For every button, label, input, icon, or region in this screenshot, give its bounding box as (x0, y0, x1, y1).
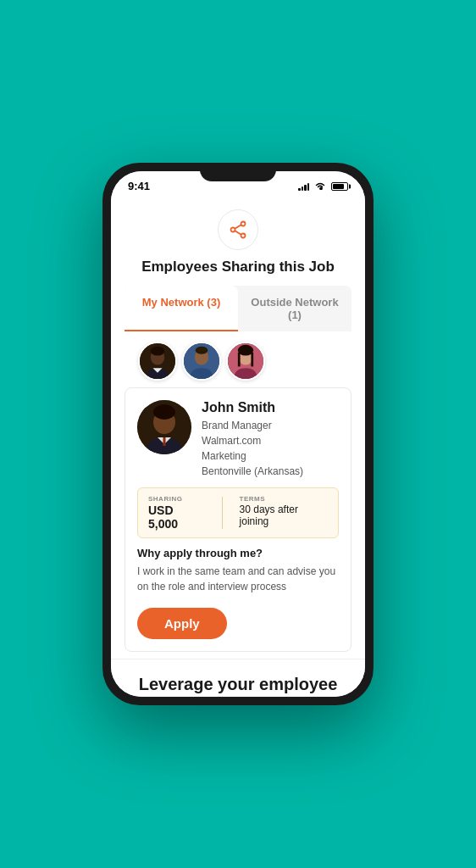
employee-location: Bentonville (Arkansas) (202, 464, 339, 479)
why-apply-text: I work in the same team and can advise y… (137, 564, 339, 594)
phone-notch (200, 163, 276, 181)
svg-point-0 (241, 222, 246, 226)
status-time: 9:41 (128, 180, 150, 192)
content-area[interactable]: Employees Sharing this Job My Network (3… (111, 196, 365, 697)
svg-line-3 (235, 225, 241, 229)
employee-card: John Smith Brand Manager Walmart.com Mar… (125, 387, 351, 652)
svg-point-7 (151, 347, 164, 356)
svg-point-2 (241, 234, 246, 238)
svg-point-13 (238, 345, 253, 356)
avatar-3[interactable] (226, 342, 265, 381)
apply-button[interactable]: Apply (137, 608, 227, 639)
why-apply-title: Why apply through me? (137, 547, 339, 559)
tab-my-network[interactable]: My Network (3) (125, 286, 238, 331)
share-icon (228, 220, 248, 240)
avatar-1[interactable] (138, 342, 177, 381)
employee-card-header: John Smith Brand Manager Walmart.com Mar… (137, 400, 339, 479)
avatars-row (125, 331, 351, 387)
why-apply-section: Why apply through me? I work in the same… (137, 538, 339, 598)
reward-divider (222, 497, 223, 529)
terms-label: TERMS (240, 495, 328, 503)
svg-rect-15 (251, 353, 253, 366)
employee-department: Marketing (202, 448, 339, 464)
employee-info: John Smith Brand Manager Walmart.com Mar… (202, 400, 339, 479)
sharing-section: SHARING USD 5,000 (148, 495, 205, 531)
tab-outside-network[interactable]: Outside Network (1) (238, 286, 351, 331)
terms-section: TERMS 30 days after joining (240, 495, 328, 531)
employee-company: Walmart.com (202, 433, 339, 448)
signal-icon (298, 182, 309, 191)
svg-rect-19 (163, 437, 166, 446)
employee-name: John Smith (202, 400, 339, 415)
reward-banner: SHARING USD 5,000 TERMS 30 days after jo… (137, 487, 339, 538)
sharing-label: SHARING (148, 495, 205, 503)
tabs-container: My Network (3) Outside Network (1) (125, 286, 351, 331)
employee-avatar (137, 400, 191, 454)
share-icon-container (218, 209, 258, 250)
svg-point-18 (153, 404, 175, 420)
phone-screen: 9:41 (111, 171, 365, 697)
status-icons (298, 181, 348, 192)
phone-device: 9:41 (102, 163, 374, 705)
svg-point-1 (231, 228, 235, 232)
svg-line-4 (235, 231, 241, 235)
avatar-2[interactable] (182, 342, 221, 381)
bottom-section: Leverage your employee referral bonus (111, 659, 365, 697)
svg-rect-14 (238, 353, 241, 366)
svg-point-10 (196, 347, 208, 354)
employee-role: Brand Manager (202, 418, 339, 433)
page-title: Employees Sharing this Job (141, 259, 335, 275)
bottom-heading: Leverage your employee referral bonus (128, 673, 348, 697)
share-header: Employees Sharing this Job (111, 196, 365, 286)
sharing-amount: USD 5,000 (148, 504, 205, 531)
wifi-icon (314, 181, 326, 192)
battery-icon (331, 182, 348, 191)
terms-value: 30 days after joining (240, 504, 328, 527)
